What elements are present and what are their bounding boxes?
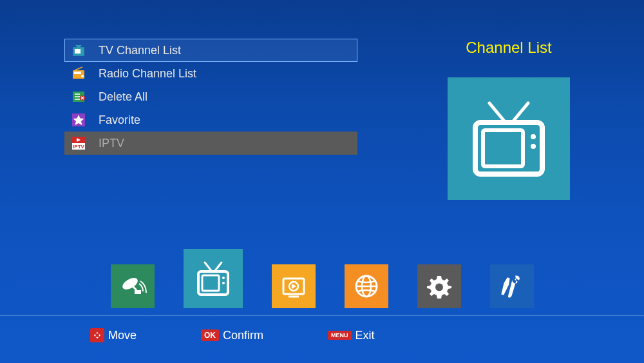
hint-move: Move	[90, 328, 137, 342]
dpad-icon	[90, 328, 104, 342]
menu-badge: MENU	[328, 331, 352, 340]
menu-item-delete-all[interactable]: Delete All	[64, 85, 357, 108]
nav-satellite[interactable]	[111, 264, 155, 308]
satellite-icon	[117, 271, 148, 302]
tv-large-icon	[464, 93, 554, 184]
tv-icon	[70, 42, 87, 59]
globe-icon	[351, 271, 382, 302]
tools-icon	[497, 271, 527, 302]
svg-rect-27	[135, 290, 141, 294]
star-icon	[70, 112, 87, 128]
svg-line-7	[75, 67, 82, 70]
divider	[0, 315, 644, 316]
menu-item-label: TV Channel List	[99, 44, 181, 57]
menu-item-label: Radio Channel List	[99, 67, 196, 81]
nav-tools[interactable]	[490, 264, 534, 308]
svg-point-6	[81, 75, 84, 77]
svg-rect-22	[483, 130, 523, 166]
preview-tile	[448, 77, 570, 200]
menu-item-label: Favorite	[99, 113, 140, 127]
svg-rect-31	[202, 275, 219, 291]
menu-item-favorite[interactable]: Favorite	[64, 108, 357, 132]
section-title: Channel List	[438, 39, 580, 57]
hint-exit: MENU Exit	[328, 329, 375, 342]
svg-rect-4	[73, 70, 84, 79]
svg-line-29	[214, 262, 222, 271]
svg-point-32	[222, 277, 225, 279]
delete-list-icon	[70, 88, 87, 105]
nav-network[interactable]	[345, 264, 388, 308]
hints-bar: Move OK Confirm MENU Exit	[90, 328, 375, 342]
menu-item-label: IPTV	[99, 137, 124, 150]
nav-channel[interactable]	[184, 249, 243, 308]
hint-label: Confirm	[223, 329, 263, 342]
nav-settings[interactable]	[417, 264, 461, 308]
iptv-icon: IPTV	[70, 135, 87, 152]
nav-media[interactable]	[272, 264, 316, 308]
hint-confirm: OK Confirm	[201, 329, 263, 342]
svg-line-19	[489, 103, 506, 123]
svg-rect-5	[74, 72, 81, 74]
tv-icon	[191, 256, 236, 301]
ok-badge: OK	[201, 329, 219, 341]
svg-rect-1	[75, 49, 80, 54]
menu-list: TV Channel List Radio Channel List Delet…	[64, 39, 357, 155]
svg-text:IPTV: IPTV	[73, 144, 84, 150]
svg-point-33	[222, 282, 225, 284]
svg-line-20	[512, 103, 528, 123]
menu-item-radio-channel-list[interactable]: Radio Channel List	[64, 62, 357, 85]
hint-label: Exit	[355, 329, 375, 342]
hint-label: Move	[108, 329, 137, 342]
menu-item-label: Delete All	[99, 90, 147, 104]
radio-icon	[70, 65, 87, 82]
menu-item-tv-channel-list[interactable]: TV Channel List	[64, 39, 357, 62]
svg-line-28	[205, 262, 212, 271]
svg-point-24	[531, 144, 536, 149]
main-nav	[0, 249, 644, 308]
svg-point-23	[531, 134, 536, 139]
gear-icon	[424, 271, 455, 302]
menu-item-iptv[interactable]: IPTV IPTV	[64, 132, 357, 155]
svg-point-40	[435, 284, 443, 291]
media-icon	[278, 271, 309, 302]
